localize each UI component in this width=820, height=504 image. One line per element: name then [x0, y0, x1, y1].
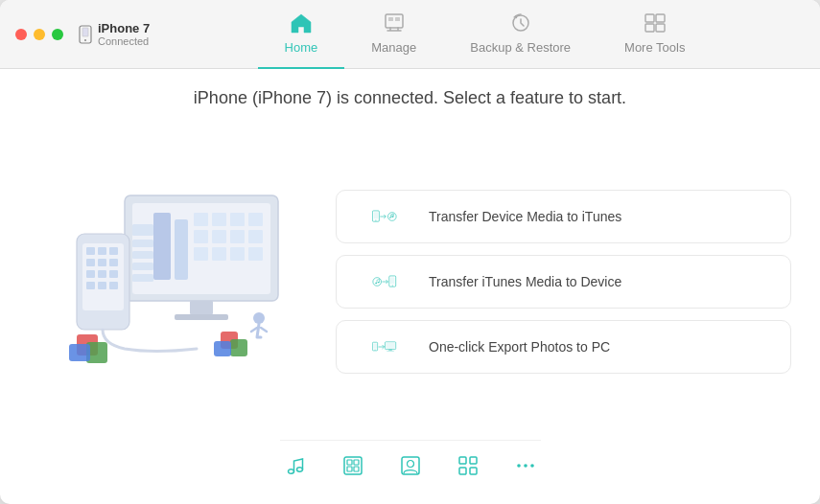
svg-rect-20	[194, 213, 208, 226]
feature-card-transfer-to-device[interactable]: Transfer iTunes Media to Device	[336, 255, 791, 309]
main-content: iPhone (iPhone 7) is connected. Select a…	[0, 69, 820, 504]
svg-point-62	[375, 283, 377, 284]
manage-icon	[383, 12, 406, 37]
svg-rect-71	[386, 343, 395, 349]
svg-rect-56	[374, 212, 378, 218]
svg-rect-85	[459, 468, 466, 474]
svg-point-2	[84, 39, 86, 41]
svg-rect-38	[109, 247, 118, 255]
main-heading: iPhone (iPhone 7) is connected. Select a…	[194, 88, 626, 108]
svg-rect-16	[132, 240, 153, 247]
svg-rect-41	[109, 259, 118, 266]
tab-manage-label: Manage	[371, 40, 416, 55]
svg-point-54	[253, 312, 265, 324]
svg-rect-31	[248, 247, 263, 261]
tab-tools[interactable]: More Tools	[597, 1, 712, 69]
device-name: iPhone 7	[98, 21, 150, 35]
tools-icon	[644, 12, 667, 37]
bottom-toolbar	[280, 440, 541, 494]
svg-point-88	[524, 464, 527, 468]
svg-point-66	[392, 285, 393, 286]
svg-rect-27	[248, 230, 263, 243]
svg-rect-13	[153, 213, 171, 280]
toolbar-contacts-icon[interactable]	[395, 450, 426, 481]
minimize-button[interactable]	[34, 29, 45, 40]
svg-rect-42	[86, 270, 95, 278]
svg-rect-65	[390, 277, 394, 284]
svg-point-74	[288, 470, 293, 473]
svg-rect-1	[82, 28, 88, 36]
svg-rect-86	[470, 468, 477, 474]
toolbar-photos-icon[interactable]	[338, 450, 368, 481]
tab-tools-label: More Tools	[624, 40, 685, 55]
svg-rect-36	[86, 247, 95, 255]
tab-backup[interactable]: Backup & Restore	[443, 1, 597, 69]
svg-rect-10	[656, 24, 665, 32]
phone-icon	[79, 25, 92, 44]
tab-home[interactable]: Home	[258, 1, 345, 69]
svg-rect-4	[388, 17, 393, 21]
svg-rect-53	[214, 341, 231, 356]
svg-rect-33	[175, 314, 228, 320]
backup-icon	[509, 12, 532, 37]
nav-tabs: Home Manage	[165, 0, 805, 68]
home-icon	[290, 12, 313, 37]
svg-rect-24	[194, 230, 208, 243]
svg-rect-43	[98, 270, 106, 278]
svg-rect-68	[373, 344, 376, 349]
svg-rect-47	[109, 282, 118, 289]
transfer-to-itunes-icon	[356, 204, 413, 229]
feature-card-export-photos[interactable]: One-click Export Photos to PC	[336, 320, 791, 374]
svg-rect-30	[230, 247, 245, 261]
svg-rect-22	[230, 213, 245, 226]
export-photos-icon	[356, 334, 413, 359]
svg-rect-28	[194, 247, 208, 261]
window-controls	[15, 29, 63, 40]
titlebar: iPhone 7 Connected Home	[0, 0, 820, 69]
svg-rect-72	[388, 350, 391, 351]
svg-rect-14	[175, 219, 188, 280]
svg-rect-21	[212, 213, 226, 226]
svg-rect-80	[354, 467, 359, 471]
close-button[interactable]	[15, 29, 27, 40]
main-body: Transfer Device Media to iTunes	[29, 131, 791, 432]
svg-rect-23	[248, 213, 263, 226]
svg-rect-73	[387, 351, 394, 352]
svg-rect-17	[132, 251, 153, 259]
feature-card-transfer-to-itunes[interactable]: Transfer Device Media to iTunes	[336, 190, 791, 243]
tab-backup-label: Backup & Restore	[470, 40, 571, 55]
svg-rect-3	[386, 14, 403, 28]
svg-point-89	[530, 464, 534, 468]
svg-point-57	[375, 219, 376, 220]
svg-rect-77	[347, 460, 352, 465]
svg-rect-25	[212, 230, 226, 243]
svg-rect-15	[132, 224, 153, 236]
svg-rect-84	[470, 457, 477, 464]
svg-point-69	[375, 350, 376, 351]
maximize-button[interactable]	[52, 29, 63, 40]
device-status: Connected	[98, 35, 150, 47]
svg-rect-37	[98, 247, 106, 255]
feature-label-transfer-to-device: Transfer iTunes Media to Device	[429, 274, 621, 289]
svg-rect-46	[98, 282, 106, 289]
svg-rect-45	[86, 282, 95, 289]
svg-rect-8	[656, 14, 665, 22]
svg-rect-7	[645, 14, 654, 22]
svg-rect-5	[395, 17, 400, 21]
svg-rect-32	[190, 301, 213, 314]
svg-rect-78	[354, 460, 359, 465]
feature-label-export-photos: One-click Export Photos to PC	[429, 339, 610, 355]
svg-point-82	[407, 461, 413, 468]
tab-manage[interactable]: Manage	[344, 1, 443, 69]
svg-rect-52	[230, 339, 247, 356]
tab-home-label: Home	[285, 40, 318, 55]
svg-point-75	[296, 468, 302, 471]
toolbar-more-icon[interactable]	[510, 450, 541, 481]
toolbar-apps-icon[interactable]	[453, 450, 483, 481]
illustration	[29, 167, 316, 397]
toolbar-music-icon[interactable]	[280, 450, 311, 481]
svg-rect-44	[109, 270, 118, 278]
svg-rect-9	[645, 24, 654, 32]
app-window: iPhone 7 Connected Home	[0, 0, 820, 504]
svg-point-59	[389, 217, 391, 218]
